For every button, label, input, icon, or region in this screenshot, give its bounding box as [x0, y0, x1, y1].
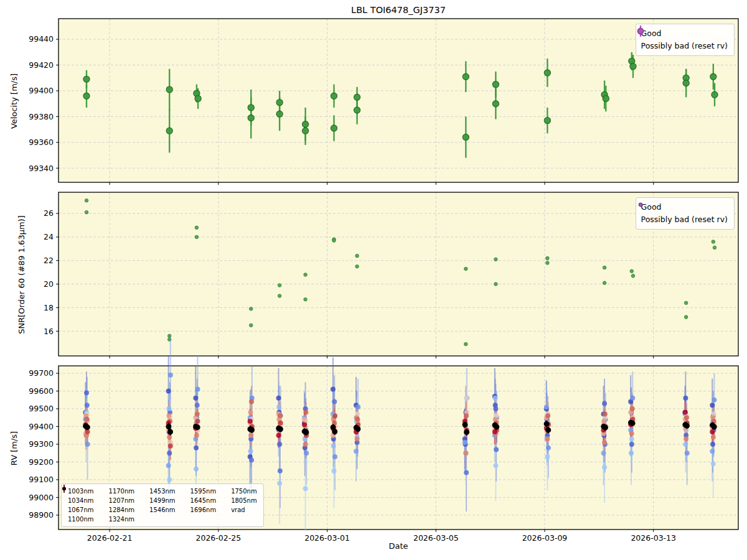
rv-point — [303, 486, 308, 491]
rv-point — [684, 436, 688, 441]
rv-point — [710, 403, 715, 408]
velocity-point — [83, 76, 90, 82]
rv-point — [166, 413, 171, 418]
velocity-point — [248, 105, 254, 111]
rv-point — [601, 419, 606, 424]
snr-point — [546, 261, 550, 265]
snr-point — [630, 269, 634, 273]
velocity-point — [630, 63, 636, 70]
legend-label: 1499nm — [149, 497, 176, 505]
rv-point — [546, 446, 551, 450]
rv-point — [84, 390, 89, 395]
rv-point — [494, 447, 499, 452]
legend-marker-icon — [636, 24, 645, 38]
rv-point — [85, 403, 90, 408]
rv-point — [630, 396, 635, 401]
legend-column: 1750nm1805nmvrad — [231, 487, 257, 523]
velocity-point — [712, 91, 718, 98]
rv-point — [195, 387, 200, 392]
legend-item-good: Good — [641, 201, 728, 213]
rv-point — [166, 388, 171, 393]
snr-point — [494, 282, 498, 286]
legend-item-possibly-bad-reset-rv-: Possibly bad (reset rv) — [641, 213, 728, 226]
legend-label: Possibly bad (reset rv) — [641, 40, 728, 52]
y-tick-label: 99420 — [29, 60, 54, 70]
velocity-point — [683, 80, 689, 86]
legend-label: 1645nm — [190, 497, 217, 505]
snr-point — [464, 267, 468, 271]
snr-point — [195, 226, 199, 230]
legend-label: 1595nm — [190, 487, 217, 495]
vrad-point — [303, 429, 309, 435]
rv-point — [332, 413, 337, 418]
rv-point — [302, 417, 307, 422]
vrad-point — [167, 429, 173, 434]
legend-column: 1595nm1645nm1696nm — [190, 487, 217, 523]
rv-point — [602, 465, 607, 470]
snr-point — [494, 258, 498, 261]
legend-item-vrad: vrad — [231, 506, 257, 514]
rv-point — [601, 450, 606, 455]
vrad-point — [463, 422, 468, 427]
snr-point — [684, 315, 688, 319]
rv-point — [168, 444, 173, 449]
velocity-point — [544, 70, 550, 76]
y-tick-label: 99440 — [29, 34, 54, 44]
velocity-point — [331, 125, 337, 131]
legend-label: 1003nm — [68, 487, 94, 495]
rv-point — [464, 470, 469, 475]
snr-point — [603, 281, 606, 285]
legend-item-1595nm: 1595nm — [190, 487, 217, 495]
rv-point — [167, 450, 172, 455]
rv-point — [303, 410, 308, 415]
rv-point — [354, 449, 359, 454]
rv-point — [545, 413, 550, 418]
y-tick-label: 99100 — [29, 475, 54, 484]
rv-point — [249, 458, 254, 463]
snr-point — [355, 254, 359, 258]
rv-point — [277, 481, 282, 486]
vrad-point — [464, 429, 469, 435]
rv-point — [194, 467, 199, 472]
velocity-point — [463, 134, 469, 141]
velocity-point — [303, 121, 309, 128]
legend-label: 1207nm — [109, 497, 135, 505]
rv-point — [710, 449, 715, 454]
legend-column: 1453nm1499nm1546nm — [149, 487, 176, 523]
snr-point — [278, 284, 281, 287]
velocity-point — [354, 107, 360, 113]
velocity-point — [710, 73, 716, 80]
y-tick-label: 99200 — [29, 457, 54, 467]
snr-point — [713, 246, 716, 250]
figure: LBL TOI6478_GJ3737 Velocity [m/s] SNR[Or… — [0, 0, 747, 560]
rv-point — [684, 415, 689, 420]
snr-point — [712, 240, 715, 244]
y-tick-label: 99000 — [29, 493, 54, 502]
rv-point — [683, 396, 688, 401]
legend-label: 1453nm — [149, 487, 176, 495]
rv-point — [463, 450, 468, 455]
vrad-point — [85, 424, 90, 430]
rv-point — [167, 477, 172, 482]
y-tick-label: 18 — [44, 303, 54, 312]
rv-point — [331, 444, 336, 449]
rv-point — [545, 436, 550, 441]
legend-column: 1003nm1034nm1067nm1100nm — [68, 487, 94, 523]
rv-point — [493, 396, 498, 401]
legend-item-1645nm: 1645nm — [190, 497, 217, 505]
rv-point — [278, 469, 283, 474]
rv-point — [629, 431, 634, 436]
rv-point — [278, 413, 283, 418]
rv-point — [276, 404, 281, 409]
legend-label: 1284nm — [109, 506, 135, 514]
legend-item-1003nm: 1003nm — [68, 487, 94, 495]
rv-point — [248, 410, 253, 415]
rv-point — [355, 404, 360, 409]
legend-label: 1034nm — [68, 497, 94, 505]
velocity-point — [83, 93, 90, 99]
vrad-point — [332, 429, 337, 434]
y-tick-label: 24 — [44, 232, 54, 241]
rv-point — [629, 436, 634, 441]
rv-point — [304, 450, 309, 455]
rv-point — [355, 436, 360, 441]
